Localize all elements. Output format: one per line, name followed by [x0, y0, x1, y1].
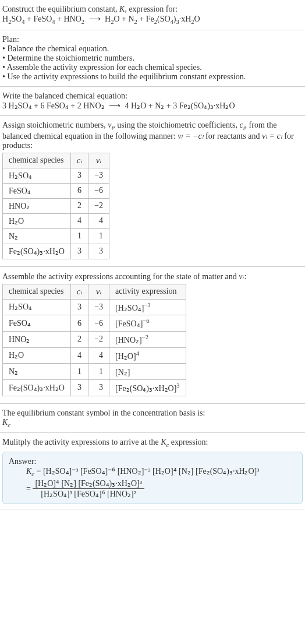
reaction-arrow: ⟶ — [107, 101, 123, 111]
col-nui: νᵢ — [88, 153, 109, 168]
answer-flat: [H₂SO₄]⁻³ [FeSO₄]⁻⁶ [HNO₂]⁻² [H₂O]⁴ [N₂]… — [43, 467, 260, 476]
cell-nui: −3 — [88, 299, 109, 315]
multiply-text-part: Mulitply the activity expressions to arr… — [2, 438, 161, 446]
stoich-table: chemical species cᵢ νᵢ H₂SO₄3−3 FeSO₄6−6… — [2, 153, 109, 259]
activity-section: Assemble the activity expressions accoun… — [0, 267, 305, 404]
prompt-text-pre: Construct the equilibrium constant, — [2, 5, 119, 13]
cell-nui: −6 — [88, 315, 109, 332]
activity-base: [HNO₂] — [115, 336, 142, 344]
kc-symbol: Kc — [161, 438, 169, 446]
activity-base: [H₂O] — [115, 351, 136, 360]
answer-expression: Kc = [H₂SO₄]⁻³ [FeSO₄]⁻⁶ [HNO₂]⁻² [H₂O]⁴… — [26, 466, 296, 499]
cell-nui: 1 — [88, 228, 109, 244]
table-row: Fe₂(SO₄)₃·xH₂O33[Fe₂(SO₄)₃·xH₂O]3 — [3, 379, 186, 396]
cell-nui: −3 — [88, 168, 109, 183]
cell-species: Fe₂(SO₄)₃·xH₂O — [3, 244, 71, 259]
activity-text-part: Assemble the activity expressions accoun… — [2, 272, 239, 281]
table-row: N₂11[N₂] — [3, 364, 186, 380]
cell-nui: −2 — [88, 198, 109, 213]
multiply-text: Mulitply the activity expressions to arr… — [2, 438, 303, 448]
prompt-line: Construct the equilibrium constant, K, e… — [2, 5, 303, 14]
cell-species: HNO₂ — [3, 198, 71, 213]
cell-ci: 4 — [70, 213, 88, 228]
cell-nui: 4 — [88, 213, 109, 228]
answer-label: Answer: — [9, 457, 296, 466]
kc-symbol: Kc — [26, 467, 34, 476]
fraction: [H₂O]⁴ [N₂] [Fe₂(SO₄)₃·xH₂O]³ [H₂SO₄]³ [… — [33, 478, 144, 499]
cell-nui: −2 — [88, 331, 109, 347]
table-row: FeSO₄6−6[FeSO₄]−6 — [3, 315, 186, 332]
kc-symbol: Kc — [2, 418, 303, 428]
cell-species: FeSO₄ — [3, 315, 71, 332]
assign-text: Assign stoichiometric numbers, νi, using… — [2, 121, 303, 150]
activity-base: [H₂SO₄] — [115, 303, 144, 312]
activity-base: [Fe₂(SO₄)₃·xH₂O] — [115, 384, 176, 393]
activity-table: chemical species cᵢ νᵢ activity expressi… — [2, 284, 186, 396]
col-nui: νᵢ — [88, 284, 109, 299]
activity-base: [N₂] — [115, 368, 130, 376]
nu-symbol: νᵢ — [239, 272, 244, 281]
cell-species: H₂SO₄ — [3, 299, 71, 315]
kc-symbol-text: The equilibrium constant symbol in the c… — [2, 409, 303, 418]
balanced-section: Write the balanced chemical equation: 3 … — [0, 87, 305, 116]
cell-ci: 1 — [70, 364, 88, 380]
fraction-numerator: [H₂O]⁴ [N₂] [Fe₂(SO₄)₃·xH₂O]³ — [33, 478, 144, 489]
cell-species: H₂O — [3, 213, 71, 228]
table-row: HNO₂2−2 — [3, 198, 109, 213]
cell-activity: [H₂O]4 — [109, 347, 186, 364]
table-row: Fe₂(SO₄)₃·xH₂O33 — [3, 244, 109, 259]
activity-exp: −6 — [143, 318, 149, 324]
equals-sign: = — [34, 467, 43, 476]
cell-activity: [H₂SO₄]−3 — [109, 299, 186, 315]
activity-exp: 3 — [176, 382, 179, 389]
reaction-arrow: ⟶ — [87, 14, 103, 24]
balanced-title: Write the balanced chemical equation: — [2, 92, 303, 101]
table-row: H₂SO₄3−3 — [3, 168, 109, 183]
cell-activity: [FeSO₄]−6 — [109, 315, 186, 332]
cell-ci: 2 — [70, 198, 88, 213]
nu-relation-react: νᵢ = −cᵢ — [178, 132, 203, 140]
multiply-text-part: expression: — [169, 438, 208, 446]
cell-activity: [N₂] — [109, 364, 186, 380]
answer-box: Answer: Kc = [H₂SO₄]⁻³ [FeSO₄]⁻⁶ [HNO₂]⁻… — [2, 452, 303, 504]
table-row: H₂SO₄3−3[H₂SO₄]−3 — [3, 299, 186, 315]
assign-text-part: Assign stoichiometric numbers, — [2, 121, 108, 129]
table-row: N₂11 — [3, 228, 109, 244]
plan-item-text: Determine the stoichiometric numbers. — [7, 54, 134, 62]
cell-ci: 3 — [70, 379, 88, 396]
equals-sign: = — [26, 484, 33, 492]
cell-ci: 6 — [70, 315, 88, 332]
kc-symbol-section: The equilibrium constant symbol in the c… — [0, 404, 305, 434]
c-symbol: ci — [239, 121, 244, 129]
balanced-rhs: 4 H₂O + N₂ + 3 Fe₂(SO₄)₃·xH₂O — [125, 101, 235, 110]
activity-base: [FeSO₄] — [115, 319, 143, 328]
activity-exp: 4 — [136, 350, 139, 357]
kc-letter: K — [161, 438, 166, 446]
cell-nui: −6 — [88, 183, 109, 198]
cell-ci: 3 — [70, 299, 88, 315]
balanced-equation: 3 H₂SO₄ + 6 FeSO₄ + 2 HNO₂ ⟶ 4 H₂O + N₂ … — [2, 101, 303, 111]
table-header-row: chemical species cᵢ νᵢ activity expressi… — [3, 284, 186, 299]
nu-symbol: νi — [108, 121, 113, 129]
cell-ci: 4 — [70, 347, 88, 364]
cell-species: H₂SO₄ — [3, 168, 71, 183]
cell-species: HNO₂ — [3, 331, 71, 347]
plan-item-text: Assemble the activity expression for eac… — [7, 63, 202, 72]
activity-text: Assemble the activity expressions accoun… — [2, 272, 303, 281]
activity-exp: −2 — [142, 334, 148, 340]
kc-sub: c — [8, 421, 10, 428]
answer-section: Mulitply the activity expressions to arr… — [0, 433, 305, 509]
balanced-lhs: 3 H₂SO₄ + 6 FeSO₄ + 2 HNO₂ — [2, 101, 105, 110]
table-header-row: chemical species cᵢ νᵢ — [3, 153, 109, 168]
plan-item-text: Balance the chemical equation. — [7, 44, 109, 53]
cell-species: H₂O — [3, 347, 71, 364]
nu-relation-prod: νᵢ = cᵢ — [262, 132, 282, 140]
assign-text-part: , using the stoichiometric coefficients, — [113, 121, 239, 129]
header-section: Construct the equilibrium constant, K, e… — [0, 0, 305, 30]
cell-species: N₂ — [3, 228, 71, 244]
answer-flat-line: Kc = [H₂SO₄]⁻³ [FeSO₄]⁻⁶ [HNO₂]⁻² [H₂O]⁴… — [26, 466, 296, 477]
plan-item: • Assemble the activity expression for e… — [2, 63, 303, 72]
activity-exp: −3 — [144, 302, 150, 308]
table-row: H₂O44[H₂O]4 — [3, 347, 186, 364]
col-ci: cᵢ — [70, 284, 88, 299]
